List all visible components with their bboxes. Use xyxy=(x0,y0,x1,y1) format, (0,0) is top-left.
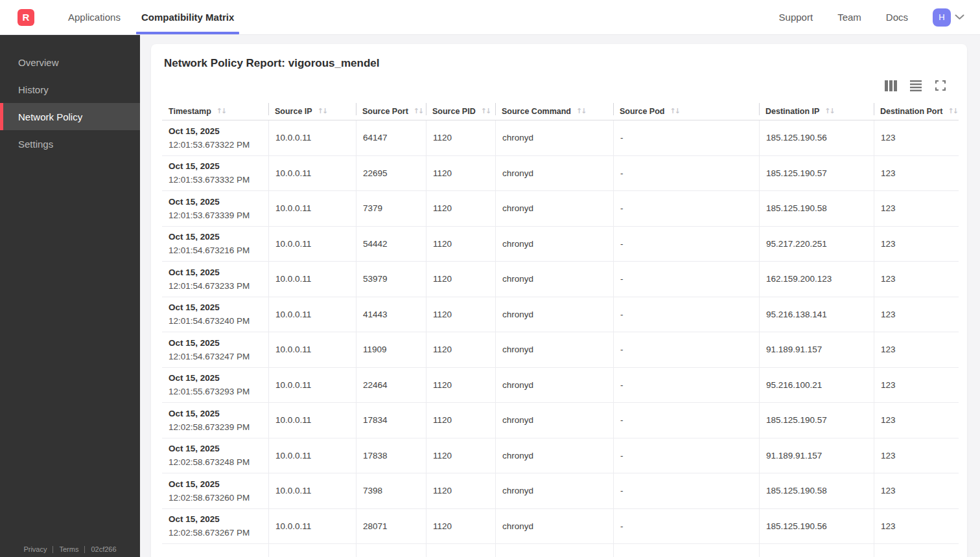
cell-destination-port: 123 xyxy=(874,509,959,544)
column-label: Destination Port xyxy=(880,107,943,116)
column-label: Source PID xyxy=(432,107,476,116)
network-policy-table: Timestamp↑↓Source IP↑↓Source Port↑↓Sourc… xyxy=(162,102,959,557)
cell-source-ip: 10.0.0.11 xyxy=(268,509,356,544)
cell-source-pid: 1120 xyxy=(426,120,495,155)
view-toolbar xyxy=(885,80,946,91)
cell-source-pod: - xyxy=(613,191,759,226)
cell-source-pod: - xyxy=(613,332,759,367)
cell-destination-ip: 95.216.138.141 xyxy=(759,297,874,332)
cell-source-command xyxy=(495,544,613,557)
cell-destination-ip: 185.125.190.57 xyxy=(759,156,874,191)
column-label: Source Pod xyxy=(620,107,664,116)
nav-link-support[interactable]: Support xyxy=(779,12,813,23)
cell-source-port: 17834 xyxy=(356,403,426,438)
cell-timestamp: Oct 15, 202512:01:53.673339 PM xyxy=(162,191,268,226)
page-title: Network Policy Report: vigorous_mendel xyxy=(164,57,380,70)
table-row: Oct 15, 202512:02:58.673248 PM10.0.0.111… xyxy=(162,438,959,474)
tab-applications[interactable]: Applications xyxy=(58,0,131,35)
table-row: Oct 15, 202512:02:58.673267 PM10.0.0.112… xyxy=(162,509,959,545)
footer-link-privacy[interactable]: Privacy xyxy=(23,545,47,553)
cell-source-ip: 10.0.0.11 xyxy=(268,473,356,508)
cell-timestamp: Oct 15, 202512:01:55.673293 PM xyxy=(162,368,268,403)
cell-destination-ip: 91.189.91.157 xyxy=(759,332,874,367)
column-header-source-port[interactable]: Source Port↑↓ xyxy=(356,102,426,120)
cell-source-pod: - xyxy=(613,156,759,191)
column-header-source-ip[interactable]: Source IP↑↓ xyxy=(268,102,356,120)
timestamp-time: 12:02:58.673239 PM xyxy=(169,420,268,434)
cell-destination-ip xyxy=(759,544,874,557)
user-avatar[interactable]: H xyxy=(933,8,951,27)
cell-destination-port: 123 xyxy=(874,297,959,332)
timestamp-date: Oct 15, 2025 xyxy=(169,477,268,491)
main-content: Network Policy Report: vigorous_mendel T… xyxy=(140,35,980,557)
cell-timestamp: Oct 15, 202512:02:58.673267 PM xyxy=(162,509,268,544)
table-row: Oct 15, 202512:01:54.673240 PM10.0.0.114… xyxy=(162,297,959,333)
cell-timestamp: Oct 15, 202512:01:53.673332 PM xyxy=(162,156,268,191)
cell-source-port: 11909 xyxy=(356,332,426,367)
cell-destination-ip: 95.216.100.21 xyxy=(759,368,874,403)
timestamp-date: Oct 15, 2025 xyxy=(169,301,268,314)
cell-source-command: chronyd xyxy=(495,332,613,367)
column-header-source-pod[interactable]: Source Pod↑↓ xyxy=(613,102,759,120)
cell-source-port: 17838 xyxy=(356,438,426,473)
table-row: Oct 15, 202512:01:55.673293 PM10.0.0.112… xyxy=(162,368,959,404)
columns-view-icon[interactable] xyxy=(885,80,897,91)
cell-destination-port: 123 xyxy=(874,227,959,262)
cell-source-pod: - xyxy=(613,120,759,155)
sidebar-item-settings[interactable]: Settings xyxy=(0,130,140,157)
cell-source-command: chronyd xyxy=(495,297,613,332)
column-header-timestamp[interactable]: Timestamp↑↓ xyxy=(162,102,268,120)
cell-destination-ip: 185.125.190.58 xyxy=(759,191,874,226)
cell-source-pid: 1120 xyxy=(426,438,495,473)
column-header-source-command[interactable]: Source Command↑↓ xyxy=(495,102,613,120)
fullscreen-icon[interactable] xyxy=(934,80,946,91)
sidebar-item-network-policy[interactable]: Network Policy xyxy=(0,103,140,130)
chevron-down-icon[interactable] xyxy=(955,14,964,20)
column-label: Source Command xyxy=(502,107,571,116)
cell-timestamp: Oct 15, 202512:02:58.673239 PM xyxy=(162,403,268,438)
footer-link-terms[interactable]: Terms xyxy=(59,545,78,553)
cell-source-port: 41443 xyxy=(356,297,426,332)
cell-source-command: chronyd xyxy=(495,438,613,473)
cell-destination-port: 123 xyxy=(874,403,959,438)
cell-source-pod: - xyxy=(613,227,759,262)
cell-source-pid: 1120 xyxy=(426,332,495,367)
timestamp-date: Oct 15, 2025 xyxy=(169,230,268,244)
timestamp-time: 12:01:53.673322 PM xyxy=(169,138,268,152)
cell-destination-ip: 91.189.91.157 xyxy=(759,438,874,473)
cell-source-command: chronyd xyxy=(495,262,613,297)
app-logo[interactable]: R xyxy=(18,9,34,26)
cell-source-ip: 10.0.0.11 xyxy=(268,368,356,403)
table-row: Oct 15, 202512:02:58.673260 PM10.0.0.117… xyxy=(162,473,959,509)
report-card: Network Policy Report: vigorous_mendel T… xyxy=(151,44,967,557)
column-header-source-pid[interactable]: Source PID↑↓ xyxy=(426,102,495,120)
column-header-destination-ip[interactable]: Destination IP↑↓ xyxy=(759,102,874,120)
table-row: Oct 15, 202512:01:53.673339 PM10.0.0.117… xyxy=(162,191,959,227)
tab-compatibility-matrix[interactable]: Compatibility Matrix xyxy=(131,0,244,35)
column-label: Source IP xyxy=(275,107,312,116)
timestamp-time: 12:01:54.673240 PM xyxy=(169,314,268,328)
cell-source-pid xyxy=(426,544,495,557)
cell-source-ip: 10.0.0.11 xyxy=(268,297,356,332)
cell-source-ip: 10.0.0.11 xyxy=(268,191,356,226)
nav-link-team[interactable]: Team xyxy=(837,12,861,23)
nav-link-docs[interactable]: Docs xyxy=(886,12,908,23)
cell-source-port: 54442 xyxy=(356,227,426,262)
timestamp-date: Oct 15, 2025 xyxy=(169,124,268,138)
cell-destination-ip: 95.217.220.251 xyxy=(759,227,874,262)
column-header-destination-port[interactable]: Destination Port↑↓ xyxy=(874,102,959,120)
cell-source-command: chronyd xyxy=(495,227,613,262)
cell-timestamp: Oct 15, 202512:02:58.673248 PM xyxy=(162,438,268,473)
cell-destination-ip: 162.159.200.123 xyxy=(759,262,874,297)
list-view-icon[interactable] xyxy=(909,80,922,91)
cell-timestamp: Oct 15, 202512:01:54.673216 PM xyxy=(162,227,268,262)
sort-icon: ↑↓ xyxy=(318,107,327,115)
cell-source-port: 7379 xyxy=(356,191,426,226)
timestamp-date: Oct 15, 2025 xyxy=(169,266,268,279)
cell-source-ip: 10.0.0.11 xyxy=(268,156,356,191)
cell-source-pod: - xyxy=(613,262,759,297)
sidebar-item-overview[interactable]: Overview xyxy=(0,49,140,76)
timestamp-date: Oct 15, 2025 xyxy=(169,371,268,385)
timestamp-time: 12:02:58.673260 PM xyxy=(169,491,268,505)
sidebar-item-history[interactable]: History xyxy=(0,76,140,103)
